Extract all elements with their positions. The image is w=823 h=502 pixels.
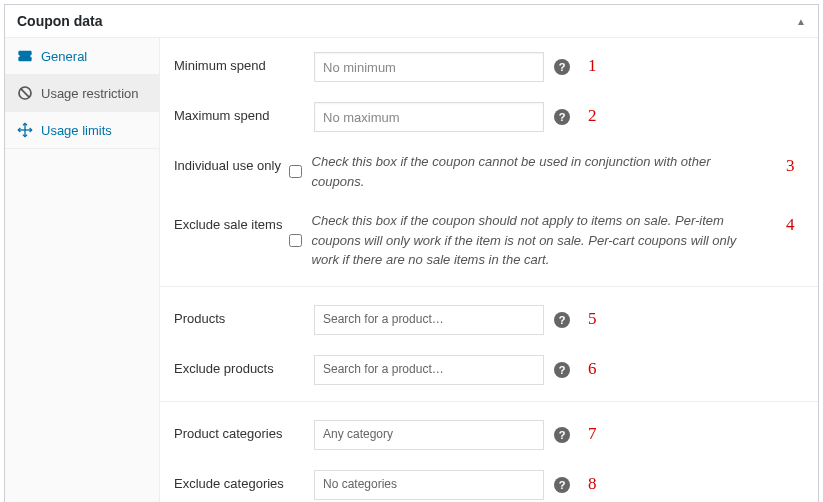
exclude-sale-checkbox[interactable] bbox=[289, 211, 302, 270]
maximum-spend-label: Maximum spend bbox=[174, 102, 314, 123]
svg-line-1 bbox=[21, 89, 30, 98]
annotation-8: 8 bbox=[588, 474, 606, 494]
individual-use-checkbox[interactable] bbox=[289, 152, 302, 191]
coupon-data-panel: Coupon data ▲ General Usage restriction bbox=[4, 4, 819, 502]
ticket-icon bbox=[17, 48, 33, 64]
row-exclude-products: Exclude products Search for a product… ?… bbox=[160, 345, 818, 395]
exclude-products-label: Exclude products bbox=[174, 355, 314, 376]
row-minimum-spend: Minimum spend ? 1 bbox=[160, 42, 818, 92]
annotation-3: 3 bbox=[786, 156, 804, 176]
collapse-icon[interactable]: ▲ bbox=[796, 16, 806, 27]
individual-use-desc: Check this box if the coupon cannot be u… bbox=[312, 152, 742, 191]
product-categories-label: Product categories bbox=[174, 420, 314, 441]
tab-usage-restriction[interactable]: Usage restriction bbox=[5, 75, 159, 112]
tab-content: Minimum spend ? 1 Maximum spend ? 2 Indi… bbox=[160, 38, 818, 502]
product-categories-select[interactable]: Any category bbox=[314, 420, 544, 450]
tabs-sidebar: General Usage restriction Usage limits bbox=[5, 38, 160, 502]
annotation-1: 1 bbox=[588, 56, 606, 76]
minimum-spend-input[interactable] bbox=[314, 52, 544, 82]
annotation-5: 5 bbox=[588, 309, 606, 329]
row-individual-use: Individual use only Check this box if th… bbox=[160, 142, 818, 201]
minimum-spend-label: Minimum spend bbox=[174, 52, 314, 73]
products-select[interactable]: Search for a product… bbox=[314, 305, 544, 335]
individual-use-label: Individual use only bbox=[174, 152, 289, 173]
panel-body: General Usage restriction Usage limits M… bbox=[5, 38, 818, 502]
tab-usage-limits-label: Usage limits bbox=[41, 123, 112, 138]
products-label: Products bbox=[174, 305, 314, 326]
tab-usage-limits[interactable]: Usage limits bbox=[5, 112, 159, 149]
exclude-sale-desc: Check this box if the coupon should not … bbox=[312, 211, 742, 270]
exclude-sale-label: Exclude sale items bbox=[174, 211, 289, 232]
panel-title: Coupon data bbox=[17, 13, 103, 29]
annotation-2: 2 bbox=[588, 106, 606, 126]
row-maximum-spend: Maximum spend ? 2 bbox=[160, 92, 818, 142]
move-icon bbox=[17, 122, 33, 138]
exclude-products-select[interactable]: Search for a product… bbox=[314, 355, 544, 385]
annotation-6: 6 bbox=[588, 359, 606, 379]
exclude-categories-label: Exclude categories bbox=[174, 470, 314, 491]
help-icon[interactable]: ? bbox=[554, 427, 570, 443]
help-icon[interactable]: ? bbox=[554, 109, 570, 125]
row-exclude-sale: Exclude sale items Check this box if the… bbox=[160, 201, 818, 280]
help-icon[interactable]: ? bbox=[554, 312, 570, 328]
annotation-7: 7 bbox=[588, 424, 606, 444]
help-icon[interactable]: ? bbox=[554, 477, 570, 493]
ban-icon bbox=[17, 85, 33, 101]
row-exclude-categories: Exclude categories No categories ? 8 bbox=[160, 460, 818, 503]
annotation-4: 4 bbox=[786, 215, 804, 235]
help-icon[interactable]: ? bbox=[554, 59, 570, 75]
panel-header[interactable]: Coupon data ▲ bbox=[5, 5, 818, 38]
row-products: Products Search for a product… ? 5 bbox=[160, 286, 818, 345]
help-icon[interactable]: ? bbox=[554, 362, 570, 378]
tab-general[interactable]: General bbox=[5, 38, 159, 75]
row-product-categories: Product categories Any category ? 7 bbox=[160, 401, 818, 460]
tab-usage-restriction-label: Usage restriction bbox=[41, 86, 139, 101]
maximum-spend-input[interactable] bbox=[314, 102, 544, 132]
tab-general-label: General bbox=[41, 49, 87, 64]
exclude-categories-select[interactable]: No categories bbox=[314, 470, 544, 500]
